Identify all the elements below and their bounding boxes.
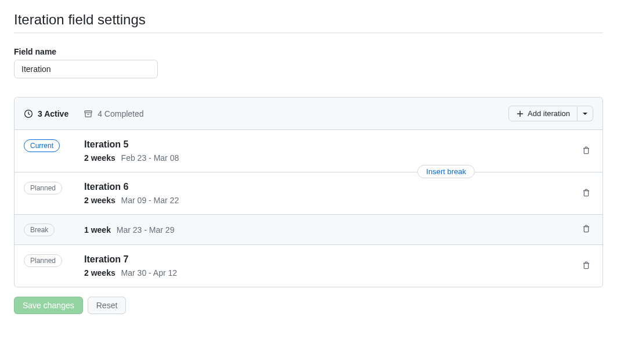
delete-iteration-button[interactable] — [579, 143, 593, 159]
card-header: 3 Active 4 Completed Add iteration — [15, 98, 602, 130]
break-duration[interactable]: 1 week — [84, 225, 111, 235]
trash-icon — [582, 261, 591, 270]
iterations-card: 3 Active 4 Completed Add iteration — [14, 97, 603, 287]
plus-icon — [516, 110, 524, 118]
clock-icon — [24, 109, 33, 118]
trash-icon — [582, 224, 591, 233]
add-iteration-dropdown[interactable] — [578, 106, 593, 121]
iteration-title[interactable]: Iteration 7 — [84, 254, 579, 265]
iteration-range[interactable]: Feb 23 - Mar 08 — [121, 153, 179, 163]
tab-active-label: 3 Active — [38, 109, 68, 118]
status-badge-break: Break — [24, 224, 55, 236]
delete-iteration-button[interactable] — [579, 186, 593, 201]
add-iteration-group: Add iteration — [508, 106, 593, 121]
break-range[interactable]: Mar 23 - Mar 29 — [117, 225, 175, 235]
svg-rect-1 — [85, 111, 92, 113]
iteration-title[interactable]: Iteration 5 — [84, 139, 579, 150]
trash-icon — [582, 188, 591, 197]
insert-break-button[interactable]: Insert break — [417, 165, 475, 178]
iteration-row: Insert break Planned Iteration 6 2 weeks… — [15, 172, 602, 215]
tab-active[interactable]: 3 Active — [24, 109, 68, 118]
field-name-label: Field name — [14, 47, 603, 56]
field-name-input[interactable] — [14, 60, 158, 78]
tab-completed-label: 4 Completed — [98, 109, 143, 118]
status-badge-planned: Planned — [24, 182, 62, 194]
iteration-duration[interactable]: 2 weeks — [84, 268, 116, 277]
add-iteration-label: Add iteration — [528, 109, 570, 118]
tab-completed[interactable]: 4 Completed — [84, 109, 143, 118]
iteration-title[interactable]: Iteration 6 — [84, 182, 579, 192]
iteration-range[interactable]: Mar 09 - Mar 22 — [121, 196, 179, 205]
footer-actions: Save changes Reset — [14, 297, 603, 314]
caret-down-icon — [582, 111, 588, 117]
page-title: Iteration field settings — [14, 12, 603, 33]
iteration-row: Planned Iteration 7 2 weeks Mar 30 - Apr… — [15, 245, 602, 287]
status-badge-planned: Planned — [24, 254, 62, 267]
delete-break-button[interactable] — [579, 222, 593, 237]
iteration-duration[interactable]: 2 weeks — [84, 153, 116, 163]
iteration-duration[interactable]: 2 weeks — [84, 196, 116, 205]
status-badge-current: Current — [24, 139, 60, 152]
break-row: Break 1 week Mar 23 - Mar 29 — [15, 215, 602, 245]
archive-icon — [84, 109, 93, 118]
iteration-range[interactable]: Mar 30 - Apr 12 — [121, 268, 178, 277]
reset-button[interactable]: Reset — [88, 297, 127, 314]
add-iteration-button[interactable]: Add iteration — [508, 106, 578, 121]
trash-icon — [582, 146, 591, 155]
delete-iteration-button[interactable] — [579, 258, 593, 274]
iteration-row: Current Iteration 5 2 weeks Feb 23 - Mar… — [15, 130, 602, 172]
save-button[interactable]: Save changes — [14, 297, 83, 314]
